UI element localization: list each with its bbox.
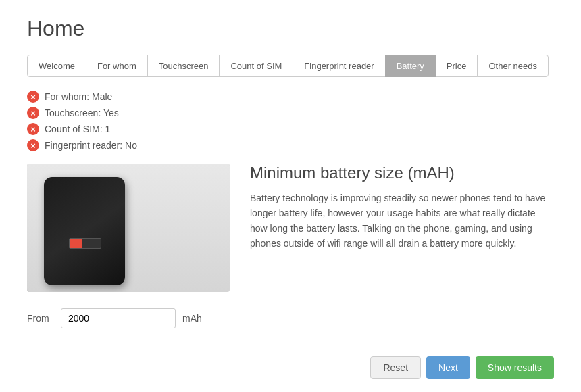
filter-label-count-of-sim: Count of SIM: 1 — [45, 124, 110, 134]
tab-battery[interactable]: Battery — [385, 55, 436, 77]
from-row: From mAh — [27, 308, 554, 328]
content-title: Minimum battery size (mAH) — [250, 164, 554, 182]
filter-touchscreen: Touchscreen: Yes — [27, 107, 554, 119]
main-content: Minimum battery size (mAH) Battery techn… — [27, 164, 554, 292]
page-container: Home Welcome For whom Touchscreen Count … — [0, 0, 581, 392]
tab-count-of-sim[interactable]: Count of SIM — [219, 55, 293, 77]
tab-fingerprint-reader[interactable]: Fingerprint reader — [293, 55, 385, 77]
hand-phone-illustration — [27, 164, 230, 292]
tab-for-whom[interactable]: For whom — [86, 55, 148, 77]
battery-from-input[interactable] — [61, 308, 176, 328]
tab-price[interactable]: Price — [435, 55, 478, 77]
phone-image — [27, 164, 230, 292]
tab-touchscreen[interactable]: Touchscreen — [147, 55, 220, 77]
show-results-button[interactable]: Show results — [476, 356, 554, 379]
filter-label-fingerprint: Fingerprint reader: No — [45, 140, 137, 151]
next-button[interactable]: Next — [426, 356, 470, 379]
content-text: Minimum battery size (mAH) Battery techn… — [250, 164, 554, 292]
filter-remove-icon-touchscreen[interactable] — [27, 107, 39, 119]
tabs-bar: Welcome For whom Touchscreen Count of SI… — [27, 55, 554, 77]
tab-other-needs[interactable]: Other needs — [477, 55, 549, 77]
filter-label-for-whom: For whom: Male — [45, 91, 112, 102]
filter-fingerprint: Fingerprint reader: No — [27, 139, 554, 151]
tab-welcome[interactable]: Welcome — [27, 55, 86, 77]
footer-buttons: Reset Next Show results — [27, 349, 554, 379]
filter-count-of-sim: Count of SIM: 1 — [27, 123, 554, 135]
filter-remove-icon-count-of-sim[interactable] — [27, 123, 39, 135]
page-title: Home — [27, 16, 554, 41]
filter-remove-icon-for-whom[interactable] — [27, 91, 39, 103]
unit-label: mAh — [182, 313, 202, 324]
filter-for-whom: For whom: Male — [27, 91, 554, 103]
filters-list: For whom: Male Touchscreen: Yes Count of… — [27, 91, 554, 151]
reset-button[interactable]: Reset — [370, 356, 421, 379]
content-description: Battery technology is improving steadily… — [250, 191, 554, 251]
from-label: From — [27, 313, 54, 324]
filter-remove-icon-fingerprint[interactable] — [27, 139, 39, 151]
filter-label-touchscreen: Touchscreen: Yes — [45, 107, 119, 118]
